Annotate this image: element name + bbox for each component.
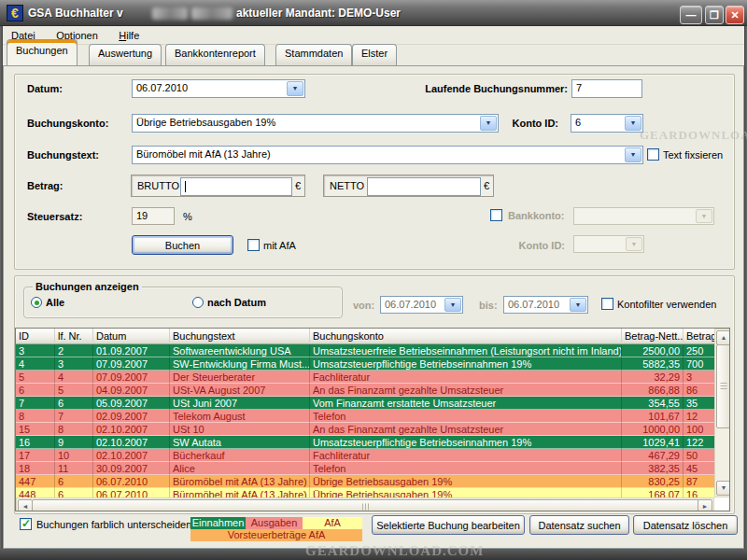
netto-input[interactable]	[367, 177, 481, 196]
buchungskonto-combobox[interactable]: Übrige Betriebsausgaben 19%▼	[132, 114, 499, 133]
brutto-input[interactable]	[180, 177, 292, 196]
minimize-button[interactable]: —	[680, 6, 702, 24]
table-cell: 382,35	[622, 462, 684, 475]
column-header[interactable]: Datum	[93, 329, 170, 344]
table-cell: 6	[55, 488, 93, 497]
table-cell: 5	[55, 384, 93, 397]
menu-hilfe[interactable]: Hilfe	[110, 27, 148, 41]
table-cell: Umsatzsteuerpflichtige Betriebseinnahmen…	[310, 436, 622, 449]
table-cell: 16	[684, 488, 715, 497]
table-cell: 04.09.2007	[93, 384, 170, 397]
farblich-checkbox[interactable]	[20, 518, 32, 530]
betrag-label: Betrag:	[27, 180, 63, 191]
bis-datum-combobox[interactable]: 06.07.2010▼	[503, 296, 588, 314]
table-cell: Fachliteratur	[310, 371, 622, 384]
column-header[interactable]: ID	[16, 329, 55, 344]
tab-auswertung[interactable]: Auswertung	[89, 44, 162, 65]
legend-ausgaben: Ausgaben	[246, 517, 303, 529]
buchungstext-combobox[interactable]: Büromöbel mit AfA (13 Jahre)▼	[132, 146, 643, 164]
table-cell: 02.10.2007	[93, 449, 170, 462]
von-datum-combobox[interactable]: 06.07.2010▼	[380, 296, 463, 314]
table-row[interactable]: 447606.07.2010Büromöbel mit AfA (13 Jahr…	[16, 475, 715, 488]
column-header[interactable]: Betrag	[684, 329, 715, 344]
buchen-button[interactable]: Buchen	[132, 235, 233, 255]
scroll-right-icon[interactable]: ►	[698, 499, 712, 511]
tab-bankkontenreport[interactable]: Bankkontenreport	[165, 44, 265, 65]
table-cell: Umsatzsteuerfreie Betriebseinnahmen (Lei…	[310, 344, 622, 357]
selektierte-buchung-bearbeiten-button[interactable]: Selektierte Buchung bearbeiten	[372, 515, 525, 535]
column-header[interactable]: Buchungstext	[170, 329, 310, 344]
mit-afa-label: mit AfA	[263, 240, 296, 251]
table-row[interactable]: 8702.09.2007Telekom AugustTelefon101,671…	[16, 410, 715, 423]
table-cell: 5	[16, 371, 55, 384]
table-cell: 07.09.2007	[93, 371, 170, 384]
radio-alle[interactable]	[31, 297, 42, 308]
radio-nach-datum[interactable]	[192, 297, 204, 308]
column-header[interactable]: lf. Nr.	[55, 329, 93, 344]
table-row[interactable]: 3201.09.2007Softwareentwicklung USAUmsat…	[16, 344, 715, 357]
buchungstext-label: Buchungstext:	[27, 149, 99, 161]
maximize-button[interactable]: ❐	[705, 6, 724, 24]
close-button[interactable]: ✕	[726, 6, 744, 24]
vertical-scroll-thumb[interactable]	[716, 344, 730, 428]
kontofilter-label: Kontofilter verwenden	[617, 299, 716, 310]
tab-stammdaten[interactable]: Stammdaten	[275, 44, 352, 65]
window-title: GSA Buchhalter v	[28, 7, 123, 20]
table-row[interactable]: 6504.09.2007USt-VA August 2007An das Fin…	[16, 384, 715, 397]
scroll-up-icon[interactable]: ▲	[716, 330, 730, 345]
table-cell: 02.10.2007	[93, 436, 170, 449]
chevron-down-icon[interactable]: ▼	[444, 298, 461, 312]
table-cell: 250	[684, 344, 715, 357]
radio-alle-label: Alle	[46, 297, 64, 308]
table-row[interactable]: 448606.07.2010Büromöbel mit AfA (13 Jahr…	[16, 488, 715, 497]
text-fixieren-checkbox[interactable]	[647, 148, 659, 161]
chevron-down-icon[interactable]: ▼	[625, 147, 641, 162]
konto-id2-label: Konto ID:	[453, 240, 565, 251]
content-panel: Datum: 06.07.2010▼ Laufende Buchungsnumm…	[3, 65, 744, 549]
table-cell: 866,88	[622, 384, 684, 397]
table-cell: 12	[684, 410, 715, 423]
text-fixieren-label: Text fixsieren	[663, 149, 723, 161]
table-row[interactable]: 16902.10.2007SW AutataUmsatzsteuerpflich…	[16, 436, 715, 449]
steuersatz-input[interactable]: 19	[132, 207, 175, 225]
scroll-down-icon[interactable]: ▼	[716, 481, 730, 496]
horizontal-scrollbar[interactable]: ◄ ►	[16, 497, 714, 511]
table-cell: Telefon	[310, 462, 622, 475]
table-cell: Vom Finanzamt erstattete Umsatzsteuer	[310, 397, 622, 410]
table-cell: 17	[16, 449, 55, 462]
kontofilter-checkbox[interactable]	[601, 298, 613, 310]
datensatz-loeschen-button[interactable]: Datensatz löschen	[633, 515, 738, 535]
table-cell: 168,07	[622, 488, 684, 497]
vertical-scrollbar[interactable]: ▲ ▼	[714, 329, 730, 497]
mit-afa-checkbox[interactable]	[247, 239, 260, 251]
chevron-down-icon[interactable]: ▼	[287, 81, 303, 96]
chevron-down-icon[interactable]: ▼	[570, 298, 586, 312]
konto-id-combobox[interactable]: 6▼	[571, 114, 643, 133]
table-row[interactable]: 4307.09.2007SW-Entwicklung Firma Must...…	[16, 357, 715, 371]
table-cell: USt Juni 2007	[170, 397, 310, 410]
legend-vorsteuer-afa: Vorsteuerbeträge AfA	[190, 529, 362, 541]
column-header[interactable]: Buchungskonto	[310, 329, 622, 344]
redacted-version	[152, 7, 188, 20]
bankkonto-checkbox[interactable]	[490, 209, 502, 221]
chevron-down-icon: ▼	[626, 237, 642, 251]
scroll-left-icon[interactable]: ◄	[18, 499, 33, 511]
horizontal-scroll-thumb[interactable]	[32, 499, 699, 511]
datensatz-suchen-button[interactable]: Datensatz suchen	[529, 515, 629, 535]
table-row[interactable]: 15802.10.2007USt 10An das Finanzamt geza…	[16, 423, 715, 436]
app-euro-icon: €	[7, 5, 23, 21]
tab-elster[interactable]: Elster	[352, 44, 397, 65]
table-cell: Der Steuerberater	[170, 371, 310, 384]
datum-combobox[interactable]: 06.07.2010▼	[132, 79, 305, 98]
tab-buchungen[interactable]: Buchungen	[7, 39, 78, 65]
table-row[interactable]: 5407.09.2007Der SteuerberaterFachliterat…	[16, 371, 715, 384]
table-row[interactable]: 171002.10.2007BücherkaufFachliteratur467…	[16, 449, 715, 462]
table-cell: Übrige Betriebsausgaben 19%	[310, 488, 622, 497]
table-cell: 11	[55, 462, 93, 475]
table-cell: 06.07.2010	[93, 488, 170, 497]
table-row[interactable]: 181130.09.2007AliceTelefon382,3545	[16, 462, 715, 475]
laufende-buchungsnummer-input[interactable]: 7	[571, 79, 642, 98]
column-header[interactable]: Betrag-Nett...	[622, 329, 684, 344]
table-cell: 18	[16, 462, 55, 475]
table-row[interactable]: 7605.09.2007USt Juni 2007Vom Finanzamt e…	[16, 397, 715, 410]
